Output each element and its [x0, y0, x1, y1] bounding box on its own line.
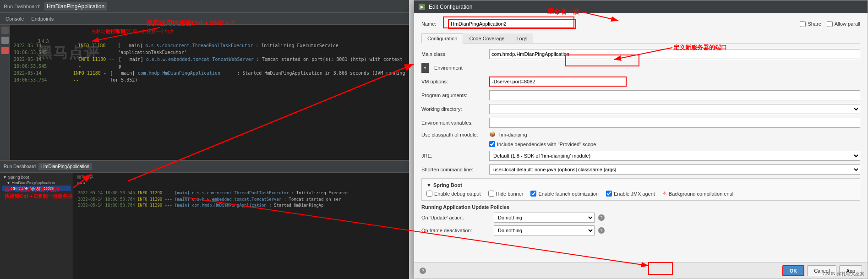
tree-item-app-active[interactable]: HmDianPingApplication [2, 186, 71, 191]
log-timestamp-3: 2022-05-14 10:06:53.764 [14, 70, 71, 83]
on-update-select[interactable]: Do nothing [494, 213, 595, 223]
edit-configuration-dialog: ▶ Edit Configuration Name: Share Allow p… [414, 0, 868, 279]
vm-options-input[interactable] [489, 77, 627, 87]
dialog-title-icon: ▶ [419, 4, 425, 10]
console-line-1: 2022-05-14 10:06:53.545 INFO 11180 --- [… [14, 42, 405, 56]
hide-banner-input[interactable] [488, 191, 494, 197]
environment-row: ▼ Environment [421, 63, 860, 73]
share-options: Share Allow parall [800, 21, 860, 27]
include-deps-label: Include dependencies with "Provided" sco… [497, 142, 596, 147]
module-icon: 📦 [489, 131, 496, 137]
env-vars-input[interactable] [489, 118, 860, 128]
running-policies-label: Running Application Update Policies [421, 204, 509, 210]
bottom-version: 4.4.4 [77, 181, 85, 185]
log-timestamp-2: 2022-05-14 10:06:53.545 [14, 56, 76, 70]
classpath-value: hm-dianping [499, 132, 527, 137]
dialog-body: Name: Share Allow parall Configuration C… [414, 13, 868, 262]
tab-logs[interactable]: Logs [511, 33, 534, 43]
enable-debug-checkbox[interactable]: Enable debug output [426, 191, 481, 197]
shorten-cmd-label: Shorten command line: [421, 167, 486, 172]
on-frame-help-icon[interactable]: ? [598, 227, 605, 234]
bottom-log-2: 2022-05-14 18:00:53.764 INFO 11290 --- [… [78, 197, 404, 203]
working-dir-row: Working directory: [421, 104, 860, 114]
vm-options-label: VM options: [421, 79, 486, 84]
log-timestamp-1: 2022-05-14 10:06:53.545 [14, 42, 76, 56]
name-input[interactable] [448, 19, 576, 29]
footer-help-icon[interactable]: ? [420, 268, 426, 274]
main-class-input[interactable] [489, 49, 860, 59]
hide-banner-label: Hide banner [496, 191, 524, 197]
enable-launch-checkbox[interactable]: Enable launch optimization [530, 191, 598, 197]
log-message-3: [ main] com.hmdp.HmDianPingApplication :… [110, 70, 405, 83]
version-label: 3.4.3 [38, 38, 49, 44]
main-class-row: Main class: [421, 49, 860, 59]
bottom-run-label: Run Dashboard [4, 164, 36, 169]
working-dir-label: Working directory: [421, 106, 486, 112]
tab-code-coverage[interactable]: Code Coverage [463, 33, 510, 43]
program-args-input[interactable] [489, 90, 860, 100]
allow-parallel-checkbox[interactable]: Allow parall [827, 21, 860, 27]
tree-item-spring[interactable]: ▼ Spring boot [2, 175, 71, 180]
env-expand-btn[interactable]: ▼ [421, 63, 429, 73]
include-deps-input[interactable] [489, 141, 495, 147]
dialog-tabs: Configuration Code Coverage Logs [421, 33, 860, 44]
enable-launch-input[interactable] [530, 191, 536, 197]
dialog-footer: ? OK Cancel App [414, 262, 868, 279]
running-policies-section: Running Application Update Policies On '… [421, 204, 860, 235]
share-checkbox-input[interactable] [800, 21, 806, 27]
footer-help: ? [420, 268, 426, 274]
sidebar-run-icon[interactable] [1, 27, 9, 34]
log-message-2: [ main] o.s.b.w.embedded.tomcat.TomcatWe… [119, 56, 405, 70]
ide-bottom-panel: Run Dashboard HmDianPingApplication ▼ Sp… [0, 160, 409, 279]
on-update-help-icon[interactable]: ? [598, 214, 605, 221]
console-tab[interactable]: Console [3, 15, 27, 22]
on-frame-select[interactable]: Do nothing [494, 225, 595, 235]
bottom-log-1: 2022-05-14 18:00:53.545 INFO 11290 --- [… [78, 190, 404, 197]
enable-jmx-input[interactable] [606, 191, 612, 197]
shorten-cmd-row: Shorten command line: user-local default… [421, 164, 860, 175]
allow-parallel-label: Allow parall [835, 21, 860, 27]
ide-toolbar: Console Endpoints [0, 13, 409, 25]
spring-boot-header: ▼ Spring Boot [426, 182, 855, 188]
dialog-title-bar: ▶ Edit Configuration [414, 0, 868, 13]
tree-item-app[interactable]: ▼ HmDianPingApplication [2, 180, 71, 186]
enable-debug-input[interactable] [426, 191, 432, 197]
jre-label: JRE: [421, 153, 486, 159]
bg-compile-label: Background compilation enal [669, 191, 733, 197]
csdn-footer: CSDN @扎哇太巫篱 [823, 271, 864, 277]
share-checkbox[interactable]: Share [800, 21, 821, 27]
app-name-tab[interactable]: HmDianPingApplication [44, 2, 107, 11]
ok-button[interactable]: OK [782, 265, 805, 276]
env-vars-label: Environment variables: [421, 120, 486, 126]
enable-jmx-label: Enable JMX agent [614, 191, 655, 197]
sidebar-step-icon[interactable] [1, 37, 9, 44]
running-policies-header: Running Application Update Policies [421, 204, 860, 210]
shorten-cmd-select[interactable]: user-local default: none java [options] … [489, 164, 860, 175]
log-message-1: [ main] o.s.s.concurrent.ThreadPoolTaskE… [118, 42, 405, 56]
on-frame-row: On frame deactivation: Do nothing ? [421, 225, 860, 235]
tab-configuration[interactable]: Configuration [421, 33, 463, 44]
classpath-label: Use classpath of module: [421, 132, 486, 137]
include-deps-row: Include dependencies with "Provided" sco… [421, 141, 860, 147]
hide-banner-checkbox[interactable]: Hide banner [488, 191, 524, 197]
allow-parallel-input[interactable] [827, 21, 833, 27]
run-dashboard-label: Run Dashboard: [4, 4, 40, 9]
include-deps-checkbox[interactable]: Include dependencies with "Provided" sco… [489, 141, 596, 147]
endpoints-tab[interactable]: Endpoints [28, 15, 56, 22]
bottom-app-tab[interactable]: HmDianPingApplication [38, 163, 92, 170]
bottom-console-content: 2022-05-14 18:00:53.545 INFO 11290 --- [… [75, 187, 407, 212]
bottom-log-3: 2022-05-14 18:00:53.764 INFO 11290 --- [… [78, 202, 404, 209]
bg-compile-checkbox[interactable]: ⚠ Background compilation enal [662, 191, 733, 197]
spring-boot-options: Enable debug output Hide banner Enable l… [426, 191, 855, 197]
enable-debug-label: Enable debug output [434, 191, 481, 197]
sidebar-stop-icon[interactable] [1, 47, 9, 54]
enable-jmx-checkbox[interactable]: Enable JMX agent [606, 191, 655, 197]
name-field-label: Name: [421, 21, 444, 27]
jre-select[interactable]: Default (1.8 - SDK of 'hm-dianping' modu… [489, 151, 860, 161]
working-dir-select[interactable] [489, 104, 860, 114]
classpath-row: Use classpath of module: 📦 hm-dianping [421, 131, 860, 137]
program-args-row: Program arguments: [421, 90, 860, 100]
console-area: 2022-05-14 10:06:53.545 INFO 11180 --- [… [10, 38, 409, 87]
bottom-content-area: ▼ Spring boot ▼ HmDianPingApplication Hm… [0, 173, 409, 279]
vm-options-row: VM options: [421, 77, 860, 87]
